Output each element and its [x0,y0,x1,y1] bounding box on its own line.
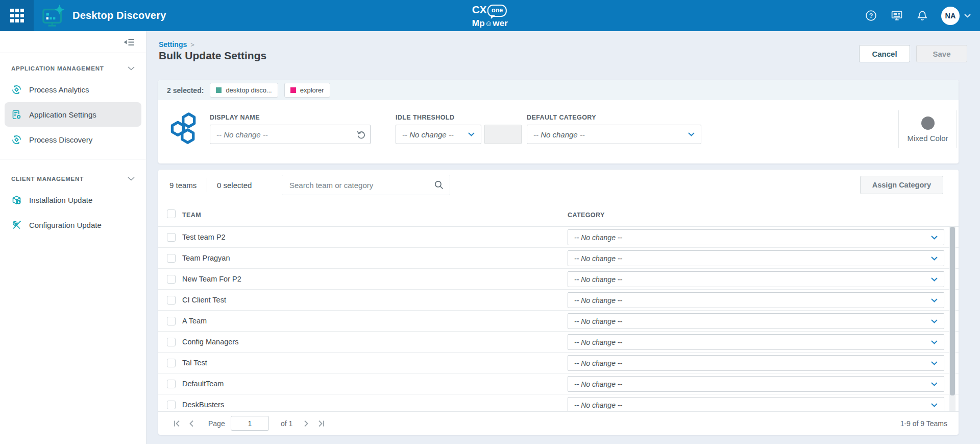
cancel-button[interactable]: Cancel [859,45,910,62]
app-color-swatch [216,87,222,93]
sidebar-item-process-discovery[interactable]: Process Discovery [5,127,141,152]
select-all-checkbox[interactable] [167,209,176,218]
screen-share-icon[interactable] [890,9,903,22]
app-launcher-button[interactable] [0,0,34,31]
waffle-icon [10,9,24,22]
display-name-input[interactable] [210,125,371,144]
row-checkbox[interactable] [167,275,176,284]
user-menu[interactable]: NA [941,7,971,25]
page-of-label: of 1 [281,419,292,428]
default-category-select[interactable]: -- No change -- [527,125,701,144]
selected-apps-band: 2 selected: desktop disco... explorer [158,80,959,100]
section-header-application-management[interactable]: APPLICATION MANAGEMENT [0,57,146,77]
notifications-bell-icon[interactable] [916,9,928,22]
mixed-color-label: Mixed Color [907,134,948,143]
category-select[interactable]: -- No change -- [568,271,944,287]
row-checkbox[interactable] [167,254,176,263]
table-row: CI Client Test -- No change -- [158,290,959,311]
idle-threshold-value-input [484,125,522,144]
last-page-icon[interactable] [317,420,325,427]
app-title: Desktop Discovery [72,10,166,21]
scrollbar-thumb[interactable] [950,227,955,395]
category-select[interactable]: -- No change -- [568,376,944,392]
section-application-management: APPLICATION MANAGEMENT Process Analytics… [0,53,146,152]
save-button[interactable]: Save [916,45,967,62]
sidebar-item-application-settings[interactable]: Application Settings [5,102,141,127]
sidebar-collapse-icon[interactable] [124,38,135,46]
team-name: Config Managers [182,338,238,346]
search-icon[interactable] [434,180,444,190]
chevron-down-icon [468,132,475,136]
desktop-discovery-logo-icon [41,5,66,27]
row-checkbox[interactable] [167,380,176,388]
mixed-color-dot[interactable] [921,116,935,130]
table-row: New Team For P2 -- No change -- [158,269,959,290]
category-select[interactable]: -- No change -- [568,397,944,411]
row-checkbox[interactable] [167,317,176,325]
category-select[interactable]: -- No change -- [568,292,944,308]
chevron-down-icon [931,382,938,386]
sidebar-item-configuration-update[interactable]: Configuration Update [5,213,141,237]
row-checkbox[interactable] [167,338,176,346]
first-page-icon[interactable] [174,420,181,427]
chevron-down-icon [931,236,938,240]
table-toolbar: 9 teams 0 selected Assign Category [158,170,959,200]
search-input[interactable] [282,175,450,195]
row-checkbox[interactable] [167,401,176,409]
teams-selected-label: 0 selected [217,181,252,190]
teams-count-label: 9 teams [169,181,197,190]
team-name: A Team [182,317,207,325]
chevron-down-icon [931,256,938,261]
team-name: Test team P2 [182,233,226,241]
section-client-management: CLIENT MANAGEMENT Installation Update Co… [0,159,146,237]
assign-category-button[interactable]: Assign Category [860,176,943,194]
results-range-label: 1-9 of 9 Teams [900,419,947,428]
help-icon[interactable]: ? [865,9,877,22]
cxone-mpower-logo: CX one Mp☺wer [472,4,508,28]
default-category-label: DEFAULT CATEGORY [527,114,596,121]
selected-app-chip[interactable]: desktop disco... [210,83,278,98]
row-checkbox[interactable] [167,233,176,242]
column-header-team: TEAM [182,212,201,219]
sidebar-item-installation-update[interactable]: Installation Update [5,188,141,212]
idle-threshold-select[interactable]: -- No change -- [396,125,481,144]
page-label: Page [208,419,225,428]
category-select[interactable]: -- No change -- [568,334,944,350]
table-body: Test team P2 -- No change -- Team Pragya… [158,227,959,411]
breadcrumb-settings-link[interactable]: Settings [159,40,187,49]
configuration-update-icon [11,220,22,230]
category-select[interactable]: -- No change -- [568,355,944,371]
sidebar: APPLICATION MANAGEMENT Process Analytics… [0,31,146,444]
selected-app-chip[interactable]: explorer [284,83,330,98]
next-page-icon[interactable] [304,420,309,427]
previous-page-icon[interactable] [189,420,194,427]
table-scrollbar[interactable] [949,227,955,411]
avatar[interactable]: NA [941,7,960,25]
brand-one-bubble: one [487,5,507,17]
table-row: DefaultTeam -- No change -- [158,373,959,394]
table-row: Config Managers -- No change -- [158,332,959,353]
brand-cx: CX [472,4,486,15]
section-header-client-management[interactable]: CLIENT MANAGEMENT [0,168,146,187]
process-discovery-icon [11,134,22,145]
chevron-down-icon [128,66,135,71]
category-select[interactable]: -- No change -- [568,313,944,329]
chevron-down-icon [931,340,938,344]
sidebar-item-process-analytics[interactable]: Process Analytics [5,77,141,102]
applications-hexagon-icon [168,111,200,146]
category-select[interactable]: -- No change -- [568,250,944,266]
idle-threshold-label: IDLE THRESHOLD [396,114,454,121]
chevron-down-icon [931,277,938,282]
mixed-color-picker[interactable]: Mixed Color [898,110,957,148]
page-number-input[interactable] [231,416,269,431]
chevron-down-icon [128,177,135,181]
team-name: Tal Test [182,359,207,367]
breadcrumb[interactable]: Settings> [159,40,194,49]
reset-display-name-icon[interactable] [356,129,366,139]
process-analytics-icon [11,84,22,95]
table-row: A Team -- No change -- [158,311,959,332]
chevron-down-icon [688,132,695,136]
row-checkbox[interactable] [167,296,176,305]
row-checkbox[interactable] [167,359,176,367]
category-select[interactable]: -- No change -- [568,229,944,245]
